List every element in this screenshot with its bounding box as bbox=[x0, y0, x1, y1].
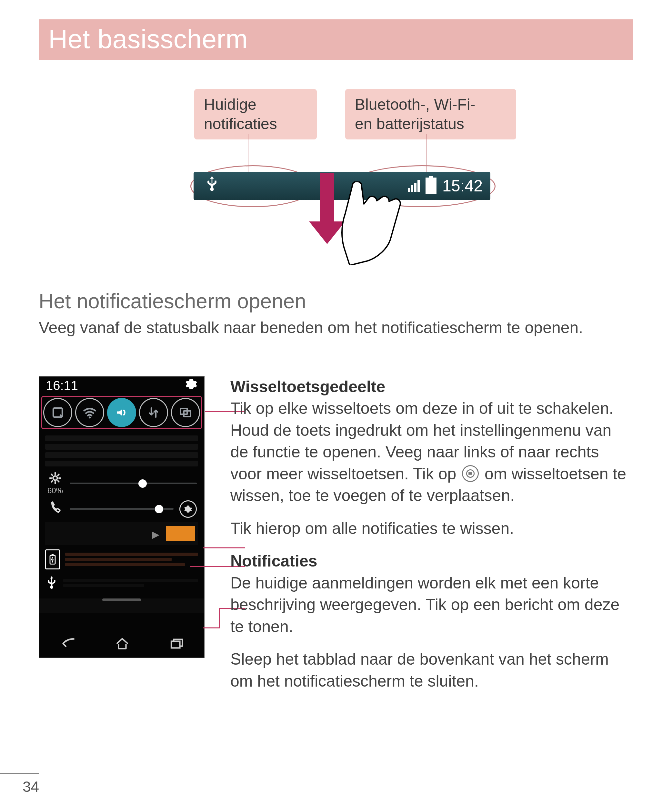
notification-panel-screenshot: 16:11 bbox=[39, 376, 205, 658]
usb-icon bbox=[207, 176, 217, 196]
section-body: Veeg vanaf de statusbalk naar beneden om… bbox=[39, 317, 633, 339]
panel-drag-handle[interactable] bbox=[39, 598, 204, 613]
notification-item[interactable] bbox=[45, 574, 198, 592]
toggle-section-title: Wisseltoetsgedeelte bbox=[230, 376, 633, 398]
notifications-title: Notificaties bbox=[230, 550, 633, 572]
notification-item[interactable] bbox=[45, 550, 198, 570]
callout-current-notifications-text: Huidige notificaties bbox=[204, 96, 277, 132]
toggle-data[interactable] bbox=[139, 398, 168, 427]
section-heading: Het notificatiescherm openen bbox=[39, 289, 633, 313]
volume-settings-icon[interactable] bbox=[179, 500, 197, 518]
phone-time: 16:11 bbox=[46, 378, 78, 393]
callout-current-notifications: Huidige notificaties bbox=[194, 89, 317, 139]
edit-toggles-icon bbox=[462, 465, 479, 482]
statusbar-time: 15:42 bbox=[442, 176, 483, 195]
battery-icon bbox=[425, 178, 437, 194]
svg-point-4 bbox=[53, 476, 57, 480]
hand-icon bbox=[339, 181, 413, 267]
page-title-text: Het basisscherm bbox=[48, 24, 248, 53]
toggle-quickmemo[interactable] bbox=[43, 398, 72, 427]
close-panel-explain: Sleep het tabblad naar de bovenkant van … bbox=[230, 649, 633, 692]
volume-slider[interactable] bbox=[70, 508, 174, 510]
back-button-icon[interactable] bbox=[59, 638, 75, 653]
svg-point-1 bbox=[89, 417, 91, 418]
svg-line-10 bbox=[58, 481, 59, 482]
toggle-sound[interactable] bbox=[107, 398, 136, 427]
toggle-section-explain: Wisseltoetsgedeelte Tik op elke wisselto… bbox=[230, 376, 633, 507]
media-notification[interactable]: ▶ bbox=[45, 522, 198, 545]
statusbar-diagram: Huidige notificaties Bluetooth-, Wi-Fi- … bbox=[39, 89, 633, 279]
volume-slider-row[interactable] bbox=[39, 498, 204, 520]
brightness-icon bbox=[46, 472, 64, 487]
recent-apps-button-icon[interactable] bbox=[169, 638, 184, 653]
notifications-body: De huidige aanmeldingen worden elk met e… bbox=[230, 574, 619, 636]
callout-status-icons-text: Bluetooth-, Wi-Fi- en batterijstatus bbox=[355, 96, 475, 132]
navigation-bar bbox=[39, 633, 204, 658]
svg-rect-14 bbox=[51, 554, 53, 556]
usb-icon bbox=[45, 574, 58, 592]
home-button-icon[interactable] bbox=[115, 637, 130, 653]
settings-gear-icon[interactable] bbox=[185, 378, 197, 393]
toggle-wifi[interactable] bbox=[75, 398, 104, 427]
qslide-apps-row bbox=[39, 432, 204, 469]
clear-all-button[interactable] bbox=[166, 526, 195, 541]
brightness-slider[interactable] bbox=[70, 483, 197, 484]
svg-rect-15 bbox=[171, 641, 180, 648]
play-icon[interactable]: ▶ bbox=[152, 529, 159, 540]
toggle-qslide[interactable] bbox=[171, 398, 200, 427]
svg-line-12 bbox=[51, 481, 52, 482]
page-number: 34 bbox=[23, 778, 39, 795]
page-title-bar: Het basisscherm bbox=[39, 19, 633, 60]
brightness-slider-row[interactable]: 60% bbox=[39, 469, 204, 498]
battery-charging-icon bbox=[45, 550, 60, 570]
phone-volume-icon bbox=[46, 501, 64, 517]
toggle-buttons-row bbox=[39, 395, 204, 432]
clear-all-explain: Tik hierop om alle notificaties te wisse… bbox=[230, 518, 633, 540]
callout-status-icons: Bluetooth-, Wi-Fi- en batterijstatus bbox=[345, 89, 516, 139]
svg-line-9 bbox=[51, 474, 52, 475]
notifications-explain: Notificaties De huidige aanmeldingen wor… bbox=[230, 550, 633, 638]
brightness-percent: 60% bbox=[47, 486, 63, 495]
svg-line-11 bbox=[58, 474, 59, 475]
